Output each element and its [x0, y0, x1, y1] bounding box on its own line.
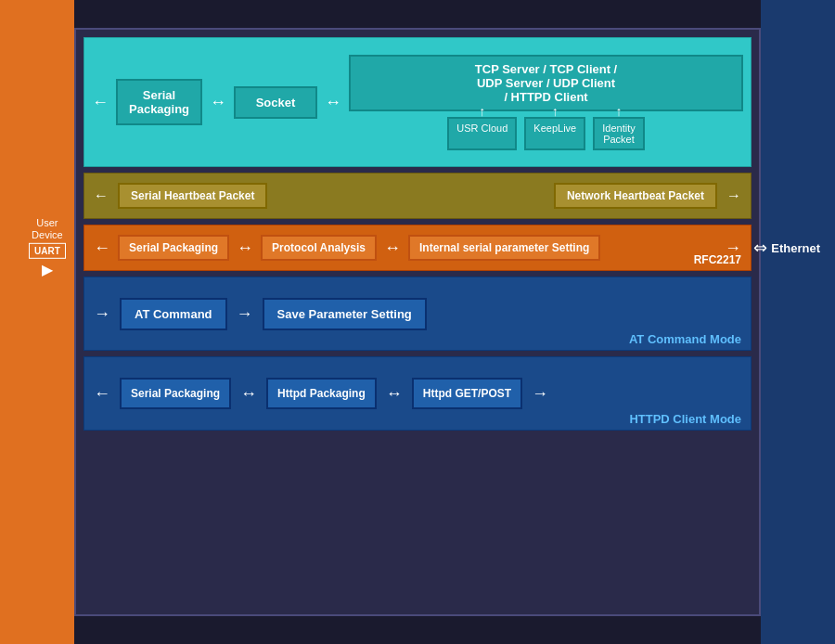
keeplive-label: KeepLive [533, 122, 576, 134]
identity-packet-box: Identity Packet [593, 117, 644, 150]
protocol-analysis-label: Protocol Analysis [272, 241, 366, 254]
httpd-serial-packaging-box: Serial Packaging [120, 378, 231, 409]
at-mode-label: AT Command Mode [629, 332, 741, 346]
rfc-label: RFC2217 [694, 253, 741, 266]
arrow-internal-setting: ↔ [384, 238, 401, 258]
arrow-proto-internal: ↔ [237, 238, 253, 258]
usr-cloud-label: USR Cloud [456, 122, 507, 134]
tcp-title-label: TCP Server / TCP Client / UDP Server / U… [475, 62, 617, 104]
protocol-analysis-box: Protocol Analysis [261, 235, 377, 261]
httpd-get-post-box: Httpd GET/POST [412, 378, 522, 409]
left-bar [0, 0, 74, 644]
httpd-mode-text: HTTPD Client Mode [629, 412, 741, 426]
serial-packaging-box: Serial Packaging [116, 79, 202, 125]
serial-packaging-label: Serial Packaging [129, 88, 189, 116]
httpd-packaging-box: Httpd Packaging [266, 378, 377, 409]
at-command-label: AT Command [135, 307, 212, 321]
right-bar [761, 0, 835, 644]
main-container: ← Serial Packaging ↔ Socket ↔ TCP Server… [0, 0, 835, 644]
arrow-serial-proto: ← [94, 238, 110, 258]
httpd-packaging-label: Httpd Packaging [277, 387, 366, 400]
serial-heartbeat-label: Serial Heartbeat Packet [131, 189, 254, 202]
section-tcp: ← Serial Packaging ↔ Socket ↔ TCP Server… [84, 37, 752, 167]
serial-packaging-serial-box: Serial Packaging [118, 235, 229, 261]
user-device-label: User Device [32, 217, 63, 241]
uart-badge-label: UART [34, 246, 60, 256]
arrow-httpd-pkg: ↔ [240, 384, 257, 404]
tcp-sub-row: USR Cloud KeepLive Identity Packet [349, 117, 743, 150]
arrow-httpd-end: → [532, 384, 548, 404]
arrow-at-save: → [237, 304, 253, 324]
network-heartbeat-label: Network Heartbeat Packet [567, 189, 704, 202]
tcp-right-area: TCP Server / TCP Client / UDP Server / U… [349, 55, 743, 150]
main-panel: ← Serial Packaging ↔ Socket ↔ TCP Server… [74, 28, 761, 616]
serial-packaging-serial-label: Serial Packaging [129, 241, 218, 254]
arrow-httpd-get: ↔ [386, 384, 403, 404]
network-heartbeat-box: Network Heartbeat Packet [554, 183, 717, 209]
uart-badge: UART [29, 243, 66, 259]
tcp-title-box: TCP Server / TCP Client / UDP Server / U… [349, 55, 743, 111]
section-httpd: ← Serial Packaging ↔ Httpd Packaging ↔ H… [84, 356, 752, 431]
arrow-tcp-tcpbox: ↔ [325, 93, 341, 112]
httpd-get-post-label: Httpd GET/POST [423, 387, 511, 400]
serial-heartbeat-box: Serial Heartbeat Packet [118, 183, 267, 209]
hb-arrow-right-icon: → [726, 187, 741, 204]
internal-serial-label: Internal serial parameter Setting [419, 241, 589, 254]
at-mode-text: AT Command Mode [629, 332, 741, 346]
save-parameter-box: Save Parameter Setting [263, 298, 427, 330]
arrow-at-cmd: → [94, 304, 110, 324]
save-parameter-label: Save Parameter Setting [277, 307, 412, 321]
arrow-socket-tcp: ↔ [210, 93, 226, 112]
socket-box: Socket [234, 86, 317, 119]
arrow-serial-socket: ← [92, 93, 109, 112]
section-heartbeat: ← Serial Heartbeat Packet Network Heartb… [84, 173, 752, 219]
uart-arrow-icon: ▶ [42, 261, 53, 278]
at-command-box: AT Command [120, 298, 227, 330]
ethernet-arrow-icon: ⇔ [753, 238, 767, 258]
internal-serial-box: Internal serial parameter Setting [408, 235, 600, 261]
identity-packet-label: Identity Packet [602, 122, 635, 145]
ethernet-area: ⇔ Ethernet [753, 238, 820, 258]
httpd-mode-label: HTTPD Client Mode [629, 412, 741, 426]
section-at: → AT Command → Save Parameter Setting AT… [84, 277, 752, 351]
usr-cloud-box: USR Cloud [447, 117, 517, 150]
section-serial: User Device UART ▶ ← Serial Packaging ↔ … [84, 225, 752, 271]
httpd-serial-packaging-label: Serial Packaging [131, 387, 220, 400]
socket-label: Socket [256, 96, 296, 109]
hb-arrow-left-icon: ← [94, 187, 109, 204]
ethernet-label: Ethernet [771, 241, 820, 255]
arrow-httpd-serial: ← [94, 384, 110, 404]
uart-area: User Device UART ▶ [29, 217, 66, 278]
keeplive-box: KeepLive [524, 117, 585, 150]
rfc-text: RFC2217 [694, 253, 741, 266]
